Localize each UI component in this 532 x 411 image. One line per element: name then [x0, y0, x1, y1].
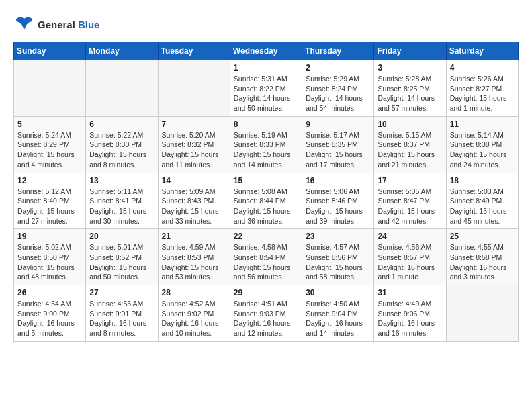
weekday-header-saturday: Saturday [446, 42, 518, 60]
day-info: Sunrise: 5:29 AMSunset: 8:24 PMDaylight:… [306, 74, 370, 113]
day-info: Sunrise: 5:26 AMSunset: 8:27 PMDaylight:… [450, 74, 515, 113]
day-number: 9 [306, 120, 370, 129]
day-cell: 7Sunrise: 5:20 AMSunset: 8:32 PMDaylight… [158, 116, 230, 173]
day-number: 18 [450, 176, 515, 185]
day-cell: 15Sunrise: 5:08 AMSunset: 8:44 PMDayligh… [230, 173, 302, 229]
day-number: 16 [306, 176, 370, 185]
header: General Blue [13, 13, 519, 35]
day-cell: 10Sunrise: 5:15 AMSunset: 8:37 PMDayligh… [374, 116, 446, 173]
day-number: 29 [234, 288, 298, 298]
day-number: 3 [378, 63, 442, 73]
day-info: Sunrise: 5:17 AMSunset: 8:35 PMDaylight:… [306, 130, 370, 170]
weekday-header-monday: Monday [86, 42, 158, 60]
day-number: 8 [234, 120, 298, 129]
day-cell: 18Sunrise: 5:03 AMSunset: 8:49 PMDayligh… [446, 173, 518, 229]
day-info: Sunrise: 5:11 AMSunset: 8:41 PMDaylight:… [89, 187, 154, 226]
day-cell [158, 60, 230, 117]
day-info: Sunrise: 5:22 AMSunset: 8:30 PMDaylight:… [89, 130, 154, 170]
day-info: Sunrise: 4:49 AMSunset: 9:06 PMDaylight:… [378, 299, 442, 338]
day-info: Sunrise: 5:05 AMSunset: 8:47 PMDaylight:… [378, 187, 442, 226]
day-cell: 11Sunrise: 5:14 AMSunset: 8:38 PMDayligh… [446, 116, 518, 173]
day-info: Sunrise: 5:20 AMSunset: 8:32 PMDaylight:… [162, 130, 226, 170]
week-row-3: 12Sunrise: 5:12 AMSunset: 8:40 PMDayligh… [14, 173, 519, 229]
day-number: 26 [17, 288, 82, 298]
day-cell: 19Sunrise: 5:02 AMSunset: 8:50 PMDayligh… [14, 229, 86, 285]
day-cell: 20Sunrise: 5:01 AMSunset: 8:52 PMDayligh… [86, 229, 158, 285]
day-number: 27 [89, 288, 154, 298]
day-number: 10 [378, 120, 442, 129]
day-number: 20 [89, 232, 154, 241]
weekday-header-sunday: Sunday [14, 42, 86, 60]
day-info: Sunrise: 4:52 AMSunset: 9:02 PMDaylight:… [162, 299, 226, 338]
day-number: 13 [89, 176, 154, 185]
day-cell: 25Sunrise: 4:55 AMSunset: 8:58 PMDayligh… [446, 229, 518, 285]
day-number: 12 [17, 176, 82, 185]
day-number: 15 [234, 176, 298, 185]
day-info: Sunrise: 4:53 AMSunset: 9:01 PMDaylight:… [89, 299, 154, 338]
day-cell: 27Sunrise: 4:53 AMSunset: 9:01 PMDayligh… [86, 285, 158, 342]
day-number: 25 [450, 232, 515, 241]
day-number: 21 [162, 232, 226, 241]
day-number: 22 [234, 232, 298, 241]
day-info: Sunrise: 5:03 AMSunset: 8:49 PMDaylight:… [450, 187, 515, 226]
day-info: Sunrise: 5:02 AMSunset: 8:50 PMDaylight:… [17, 242, 82, 282]
weekday-header-row: SundayMondayTuesdayWednesdayThursdayFrid… [14, 42, 519, 60]
day-info: Sunrise: 4:58 AMSunset: 8:54 PMDaylight:… [234, 242, 298, 282]
day-cell [14, 60, 86, 117]
week-row-1: 1Sunrise: 5:31 AMSunset: 8:22 PMDaylight… [14, 60, 519, 117]
day-info: Sunrise: 5:14 AMSunset: 8:38 PMDaylight:… [450, 130, 515, 170]
day-cell: 2Sunrise: 5:29 AMSunset: 8:24 PMDaylight… [302, 60, 374, 117]
day-info: Sunrise: 4:55 AMSunset: 8:58 PMDaylight:… [450, 242, 515, 282]
logo: General Blue [13, 13, 99, 35]
day-info: Sunrise: 5:12 AMSunset: 8:40 PMDaylight:… [17, 187, 82, 226]
logo-blue: Blue [78, 19, 100, 30]
day-cell [86, 60, 158, 117]
day-info: Sunrise: 5:01 AMSunset: 8:52 PMDaylight:… [89, 242, 154, 282]
day-info: Sunrise: 4:54 AMSunset: 9:00 PMDaylight:… [17, 299, 82, 338]
day-info: Sunrise: 4:57 AMSunset: 8:56 PMDaylight:… [306, 242, 370, 282]
day-number: 28 [162, 288, 226, 298]
day-info: Sunrise: 4:50 AMSunset: 9:04 PMDaylight:… [306, 299, 370, 338]
day-cell: 3Sunrise: 5:28 AMSunset: 8:25 PMDaylight… [374, 60, 446, 117]
day-cell: 14Sunrise: 5:09 AMSunset: 8:43 PMDayligh… [158, 173, 230, 229]
day-cell: 24Sunrise: 4:56 AMSunset: 8:57 PMDayligh… [374, 229, 446, 285]
week-row-2: 5Sunrise: 5:24 AMSunset: 8:29 PMDaylight… [14, 116, 519, 173]
day-cell: 5Sunrise: 5:24 AMSunset: 8:29 PMDaylight… [14, 116, 86, 173]
day-cell: 22Sunrise: 4:58 AMSunset: 8:54 PMDayligh… [230, 229, 302, 285]
day-number: 7 [162, 120, 226, 129]
day-number: 30 [306, 288, 370, 298]
day-info: Sunrise: 5:28 AMSunset: 8:25 PMDaylight:… [378, 74, 442, 113]
day-number: 4 [450, 63, 515, 73]
day-info: Sunrise: 5:15 AMSunset: 8:37 PMDaylight:… [378, 130, 442, 170]
day-info: Sunrise: 5:09 AMSunset: 8:43 PMDaylight:… [162, 187, 226, 226]
day-info: Sunrise: 5:31 AMSunset: 8:22 PMDaylight:… [234, 74, 298, 113]
logo-bird-icon [13, 13, 35, 35]
day-number: 31 [378, 288, 442, 298]
week-row-4: 19Sunrise: 5:02 AMSunset: 8:50 PMDayligh… [14, 229, 519, 285]
day-number: 23 [306, 232, 370, 241]
calendar: SundayMondayTuesdayWednesdayThursdayFrid… [13, 42, 519, 342]
day-cell: 13Sunrise: 5:11 AMSunset: 8:41 PMDayligh… [86, 173, 158, 229]
day-info: Sunrise: 5:06 AMSunset: 8:46 PMDaylight:… [306, 187, 370, 226]
day-cell: 30Sunrise: 4:50 AMSunset: 9:04 PMDayligh… [302, 285, 374, 342]
weekday-header-thursday: Thursday [302, 42, 374, 60]
day-number: 17 [378, 176, 442, 185]
day-cell: 6Sunrise: 5:22 AMSunset: 8:30 PMDaylight… [86, 116, 158, 173]
day-info: Sunrise: 4:51 AMSunset: 9:03 PMDaylight:… [234, 299, 298, 338]
day-info: Sunrise: 5:24 AMSunset: 8:29 PMDaylight:… [17, 130, 82, 170]
day-cell: 28Sunrise: 4:52 AMSunset: 9:02 PMDayligh… [158, 285, 230, 342]
day-cell: 16Sunrise: 5:06 AMSunset: 8:46 PMDayligh… [302, 173, 374, 229]
weekday-header-wednesday: Wednesday [230, 42, 302, 60]
day-number: 11 [450, 120, 515, 129]
day-info: Sunrise: 5:08 AMSunset: 8:44 PMDaylight:… [234, 187, 298, 226]
day-cell: 31Sunrise: 4:49 AMSunset: 9:06 PMDayligh… [374, 285, 446, 342]
day-info: Sunrise: 4:59 AMSunset: 8:53 PMDaylight:… [162, 242, 226, 282]
day-info: Sunrise: 5:19 AMSunset: 8:33 PMDaylight:… [234, 130, 298, 170]
weekday-header-friday: Friday [374, 42, 446, 60]
day-number: 2 [306, 63, 370, 73]
day-cell: 23Sunrise: 4:57 AMSunset: 8:56 PMDayligh… [302, 229, 374, 285]
weekday-header-tuesday: Tuesday [158, 42, 230, 60]
day-cell: 9Sunrise: 5:17 AMSunset: 8:35 PMDaylight… [302, 116, 374, 173]
day-cell: 4Sunrise: 5:26 AMSunset: 8:27 PMDaylight… [446, 60, 518, 117]
day-number: 5 [17, 120, 82, 129]
